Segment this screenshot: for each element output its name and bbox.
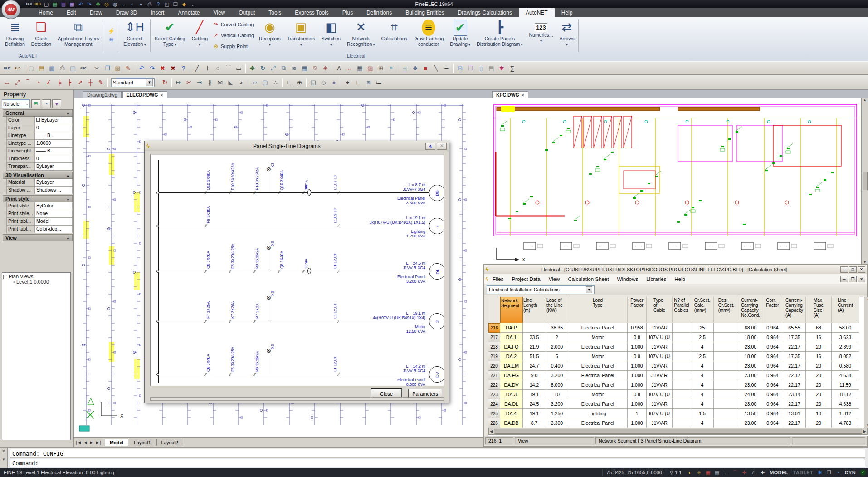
save-as-icon[interactable]: ▦: [68, 1, 76, 7]
ribbon-autonet-tools-button[interactable]: ⚡≋: [104, 18, 118, 53]
menu-building-entities[interactable]: Building Entities: [399, 8, 451, 17]
bld-new-icon[interactable]: BLD: [2, 63, 12, 74]
command-input-line[interactable]: Command:: [10, 459, 865, 467]
plan-views-root-node[interactable]: −Plan Views: [3, 274, 69, 279]
lineweight-icon[interactable]: ━: [441, 63, 452, 74]
column-header-power[interactable]: Power Factor: [628, 297, 647, 323]
render-sphere2-icon[interactable]: ◒: [120, 1, 127, 7]
table-row[interactable]: 225DA.419.11.250Lighting1I07V-U (U1.513.…: [488, 409, 868, 418]
snap-grid-icon[interactable]: ▦: [703, 470, 712, 476]
table-corner-cell[interactable]: [488, 297, 500, 323]
ribbon-curved-cabling-button[interactable]: ↷Curved Cabling: [213, 21, 254, 28]
redo-icon[interactable]: ↷: [147, 63, 157, 74]
fillet-icon[interactable]: ◕: [236, 77, 246, 88]
section-collapse-icon[interactable]: ▲: [66, 236, 70, 240]
erase-icon[interactable]: ⍉: [310, 63, 320, 74]
calc-menu-project-data[interactable]: Project Data: [507, 276, 544, 282]
zoom-icon[interactable]: ◎: [103, 1, 110, 7]
dim-leader-icon[interactable]: ↗: [75, 77, 85, 88]
new-drawing-icon[interactable]: ▢: [26, 63, 36, 74]
tablet-toggle[interactable]: TABLET: [791, 470, 815, 475]
open-file-icon[interactable]: ▤: [51, 1, 59, 7]
calc-menu-libraries[interactable]: Libraries: [642, 276, 670, 282]
dim-continue-icon[interactable]: ┝: [64, 77, 75, 88]
property-value[interactable]: 0: [35, 124, 72, 132]
section-collapse-icon[interactable]: ▲: [66, 111, 70, 115]
dim-angular-icon[interactable]: ∠: [44, 77, 54, 88]
annotation-autoscale-icon[interactable]: ⍟: [694, 470, 703, 476]
text-icon[interactable]: A: [334, 63, 344, 74]
property-value[interactable]: Color-dep...: [35, 226, 72, 233]
menu-edit[interactable]: Edit: [60, 8, 83, 17]
dialog-close-icon[interactable]: ✕: [437, 143, 447, 150]
ortho-icon[interactable]: ∟: [353, 77, 363, 88]
rectangle-icon[interactable]: ▭: [234, 63, 244, 74]
property-value[interactable]: ByLayer: [35, 117, 72, 124]
offset-icon[interactable]: ≋: [289, 63, 299, 74]
ribbon-transformers-button[interactable]: ▣Transformers ▾: [284, 18, 318, 53]
table-row[interactable]: 223DA.319.110Motor0.8I07V-U (U424.000.96…: [488, 390, 868, 399]
menu-help[interactable]: Help: [555, 8, 580, 17]
properties-icon[interactable]: ⊡: [455, 63, 465, 74]
calc-menu-calculation-sheet[interactable]: Calculation Sheet: [564, 276, 613, 282]
annotation-lamp-icon[interactable]: ◐: [685, 470, 694, 475]
selection-combo[interactable]: No sele⌄: [2, 99, 30, 108]
lineweight-display-icon[interactable]: ✚: [758, 470, 767, 476]
stretch-icon[interactable]: ↦: [173, 77, 184, 88]
ucs-world-icon[interactable]: ⊕: [294, 77, 305, 88]
bld-open-icon[interactable]: BLD: [34, 1, 41, 7]
menu-insert[interactable]: Insert: [144, 8, 171, 17]
scroll-right-icon[interactable]: ▶: [863, 429, 866, 433]
combo-dropdown-icon[interactable]: ▼: [146, 79, 153, 86]
dim-linear-icon[interactable]: ↔: [2, 77, 12, 88]
dimension-icon[interactable]: ↔: [344, 63, 355, 74]
quickcalc-icon[interactable]: ∑: [507, 63, 517, 74]
settings-gear-icon[interactable]: ✱: [815, 470, 824, 476]
tab-layout2[interactable]: Layout2: [156, 439, 183, 446]
table-horizontal-scrollbar[interactable]: ◀▶: [488, 428, 868, 435]
ribbon-numerics-button[interactable]: 123Numerics... ▾: [526, 18, 556, 53]
menu-home[interactable]: Home: [32, 8, 60, 17]
capture-icon[interactable]: ◳: [163, 1, 171, 7]
table-vertical-scrollbar[interactable]: ▲▼: [864, 297, 868, 428]
ribbon-vertical-cabling-button[interactable]: ↗Vertical Cabling: [213, 32, 254, 39]
menu-plus[interactable]: Plus: [336, 8, 360, 17]
minimize-button[interactable]: ─: [840, 266, 848, 273]
print-icon[interactable]: ⎙: [146, 1, 153, 7]
property-value[interactable]: ByLayer: [35, 163, 72, 170]
scale-icon[interactable]: ⤢: [268, 63, 278, 74]
list-icon[interactable]: ≔: [374, 77, 384, 88]
kpc-vertical-scrollbar[interactable]: ▲▼: [861, 98, 868, 264]
ribbon-update-drawing-button[interactable]: ✔UpdateDrawing ▾: [447, 18, 473, 53]
maximize-button[interactable]: □: [849, 266, 857, 273]
view-3d-icon[interactable]: ◇: [318, 77, 329, 88]
open-drawing-icon[interactable]: ▤: [36, 63, 47, 74]
group-icon[interactable]: ⧈: [363, 77, 374, 88]
column-header-max[interactable]: Max Fuse Size (A): [806, 297, 832, 323]
property-value[interactable]: ByLayer: [35, 179, 72, 186]
column-header-current[interactable]: Current- Carrying Capacity (A): [783, 297, 806, 323]
table-row[interactable]: 226DA.DB8.73.300Electrical Panel1.000J1V…: [488, 418, 868, 428]
menu-definitions[interactable]: Definitions: [360, 8, 399, 17]
quick-select-icon[interactable]: ◔: [42, 99, 51, 108]
tab-close-icon[interactable]: ✕: [160, 93, 163, 98]
scroll-up-icon[interactable]: ▲: [866, 297, 868, 301]
redo-icon[interactable]: ↷: [86, 1, 93, 7]
copy-icon[interactable]: ❐: [102, 63, 112, 74]
ribbon-applications-layers-management-button[interactable]: ⧉Applications LayersManagement: [54, 18, 102, 53]
dyn-toggle[interactable]: DYN: [843, 470, 858, 475]
plan-views-level-node[interactable]: • Level:1 0.0000: [3, 279, 69, 285]
property-value[interactable]: —— B...: [35, 132, 72, 139]
dialog-font-button[interactable]: A: [425, 143, 435, 150]
render-sphere3-icon[interactable]: ◐: [129, 1, 136, 7]
boundary-icon[interactable]: ▢: [260, 77, 270, 88]
scroll-thumb[interactable]: [863, 172, 868, 190]
table-row[interactable]: 216DA.P38.35Electrical Panel0.958J1VV-R2…: [488, 323, 868, 333]
mdi-close-button[interactable]: ✕: [858, 276, 865, 282]
join-icon[interactable]: ⋈: [215, 77, 225, 88]
property-value[interactable]: None: [35, 210, 72, 217]
column-header-line[interactable]: Line Length (m): [523, 297, 546, 323]
ribbon-calculations-button[interactable]: ⌗Calculations: [378, 18, 410, 53]
render-icon[interactable]: ●: [329, 77, 339, 88]
help-icon[interactable]: ?: [155, 1, 162, 7]
